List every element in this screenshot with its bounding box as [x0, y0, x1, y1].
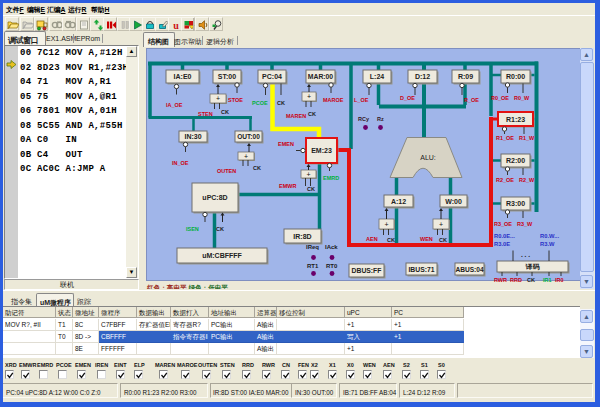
svg-text:R2:00: R2:00 [506, 157, 525, 164]
svg-text:+: + [306, 171, 310, 178]
svg-text:Rz: Rz [377, 116, 384, 122]
svg-text:EMEN: EMEN [278, 141, 294, 147]
svg-text:R2_OE: R2_OE [496, 177, 514, 183]
svg-text:IAck: IAck [325, 244, 338, 250]
svg-text:STOE: STOE [228, 97, 243, 103]
svg-text:CK: CK [277, 100, 285, 106]
svg-text:MAROE: MAROE [323, 97, 344, 103]
svg-text:R3.W: R3.W [540, 241, 555, 247]
svg-text:D_OE: D_OE [400, 95, 415, 101]
svg-text:uM:CBFFFF: uM:CBFFFF [202, 252, 242, 259]
svg-text:红色：高电平 绿色：低电平: 红色：高电平 绿色：低电平 [146, 284, 228, 290]
svg-text:L_OE: L_OE [354, 97, 369, 103]
svg-text:CK: CK [439, 237, 447, 243]
svg-text:R0_OE: R0_OE [491, 95, 509, 101]
svg-text:DBUS:FF: DBUS:FF [352, 267, 382, 274]
svg-text:+: + [216, 95, 220, 102]
svg-text:D:12: D:12 [415, 73, 430, 80]
svg-text:CK: CK [216, 226, 224, 232]
svg-text:+: + [384, 221, 388, 228]
svg-text:R1_OE: R1_OE [496, 135, 514, 141]
svg-text:CK: CK [308, 111, 316, 117]
svg-text:IR0: IR0 [555, 277, 564, 283]
svg-text:OUTEN: OUTEN [217, 168, 236, 174]
svg-text:IN_OE: IN_OE [172, 160, 189, 166]
svg-text:uPC:8D: uPC:8D [202, 194, 227, 201]
svg-text:R:09: R:09 [458, 73, 473, 80]
svg-text:RCy: RCy [358, 116, 370, 122]
svg-text:R0_W: R0_W [514, 95, 530, 101]
svg-text:PC:04: PC:04 [262, 73, 282, 80]
svg-text:u: u [173, 20, 179, 31]
svg-text:IA:E0: IA:E0 [174, 73, 192, 80]
svg-text:ABUS:04: ABUS:04 [455, 266, 484, 273]
svg-text:EM:23: EM:23 [311, 147, 332, 154]
svg-text:R3:00: R3:00 [506, 200, 525, 207]
svg-text:AEN: AEN [366, 236, 378, 242]
svg-text:IN:30: IN:30 [184, 133, 201, 140]
svg-text:PCOE: PCOE [252, 100, 268, 106]
svg-text:IR:8D: IR:8D [293, 233, 311, 240]
svg-text:CK: CK [387, 237, 395, 243]
svg-text:R0.0E...: R0.0E... [494, 233, 515, 239]
svg-text:STEN: STEN [198, 111, 213, 117]
svg-text:CK: CK [253, 165, 261, 171]
svg-text:+: + [244, 153, 248, 160]
svg-text:ST:00: ST:00 [218, 73, 236, 80]
svg-text:. . .: . . . [521, 251, 530, 258]
svg-text:L:24: L:24 [370, 73, 385, 80]
svg-text:A:12: A:12 [391, 198, 406, 205]
svg-text:IReq: IReq [306, 244, 319, 250]
svg-text:R1_W: R1_W [519, 135, 535, 141]
svg-text:RWR: RWR [494, 277, 507, 283]
svg-text:R2_W: R2_W [519, 177, 535, 183]
svg-text:RT1: RT1 [307, 263, 319, 269]
svg-text:MAR:00: MAR:00 [308, 73, 334, 80]
svg-text:R1:23: R1:23 [506, 116, 525, 123]
svg-text:CK: CK [221, 109, 229, 115]
svg-text:EMRD: EMRD [323, 175, 339, 181]
svg-text:+: + [439, 221, 443, 228]
svg-text:MAREN: MAREN [286, 113, 306, 119]
svg-text:R3.0E: R3.0E [494, 241, 510, 247]
svg-text:CK: CK [307, 186, 315, 192]
svg-text:R_OE: R_OE [464, 97, 479, 103]
svg-text:IBUS:71: IBUS:71 [408, 266, 434, 273]
svg-text:IA_OE: IA_OE [166, 102, 183, 108]
svg-text:R0.W...: R0.W... [540, 233, 559, 239]
svg-text:R0:00: R0:00 [506, 73, 525, 80]
svg-text:译码: 译码 [525, 263, 541, 271]
svg-text:ISEN: ISEN [186, 226, 199, 232]
svg-text:WEN: WEN [420, 236, 433, 242]
svg-text:RT0: RT0 [326, 263, 338, 269]
svg-text:EMWR: EMWR [279, 183, 296, 189]
svg-text:RRD: RRD [510, 277, 522, 283]
svg-text:CK: CK [527, 277, 535, 283]
svg-text:IR1: IR1 [543, 277, 552, 283]
svg-text:R3_OE: R3_OE [494, 221, 512, 227]
svg-text:OUT:00: OUT:00 [237, 133, 260, 140]
svg-text:W:00: W:00 [445, 198, 462, 205]
svg-text:ALU:: ALU: [420, 154, 436, 161]
svg-text:R3_W: R3_W [517, 221, 533, 227]
svg-text:+: + [307, 93, 311, 100]
